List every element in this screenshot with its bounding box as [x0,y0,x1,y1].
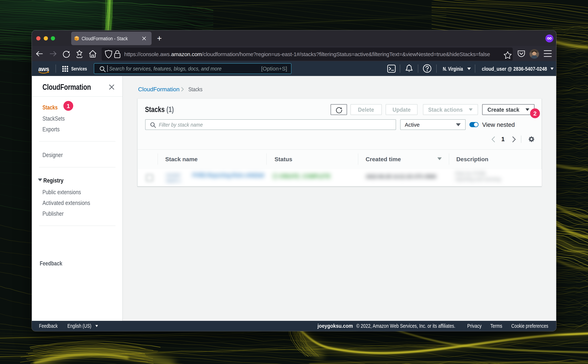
svg-text:aws: aws [38,66,49,72]
